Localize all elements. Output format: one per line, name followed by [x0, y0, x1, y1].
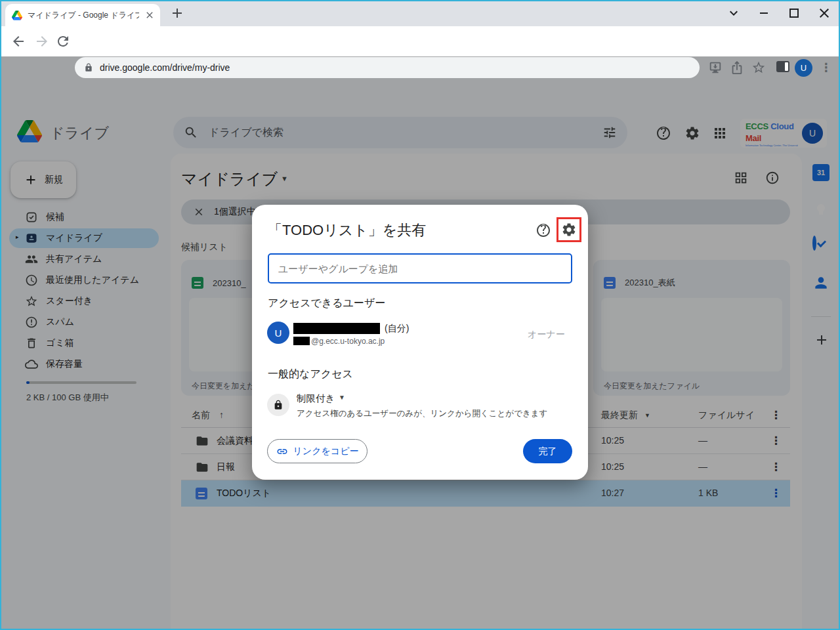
lock-circle: [267, 394, 289, 416]
side-panel-icon[interactable]: [776, 61, 789, 72]
owner-email: @g.ecc.u-tokyo.ac.jp: [311, 337, 385, 346]
browser-tab[interactable]: マイドライブ - Google ドライブ: [5, 4, 160, 26]
share-dialog: 「TODOリスト」を共有 アクセスできるユーザー U (自分) @g.ecc.u…: [252, 205, 588, 480]
drive-favicon: [12, 10, 22, 20]
back-button[interactable]: [10, 33, 26, 49]
dialog-title: 「TODOリスト」を共有: [268, 220, 426, 240]
browser-toolbar: drive.google.com/drive/my-drive U ⋮: [0, 26, 840, 56]
tab-close-icon[interactable]: [144, 10, 155, 20]
dialog-help-icon[interactable]: [536, 222, 551, 238]
tab-title: マイドライブ - Google ドライブ: [28, 10, 139, 21]
browser-tab-strip: マイドライブ - Google ドライブ: [0, 0, 840, 26]
forward-button[interactable]: [34, 33, 50, 49]
add-people-input[interactable]: [268, 253, 572, 284]
highlight-box: [556, 217, 581, 242]
tab-search-icon[interactable]: [726, 5, 742, 21]
install-icon[interactable]: [708, 60, 723, 75]
done-button[interactable]: 完了: [523, 439, 572, 463]
window-close-button[interactable]: [816, 5, 832, 21]
url-text: drive.google.com/drive/my-drive: [100, 62, 230, 73]
new-tab-button[interactable]: [169, 5, 185, 21]
window-maximize-button[interactable]: [786, 5, 802, 21]
copy-link-button[interactable]: リンクをコピー: [267, 439, 368, 463]
redacted-owner-name: [293, 323, 380, 334]
reload-button[interactable]: [55, 33, 71, 49]
share-icon[interactable]: [730, 60, 744, 75]
dialog-settings-gear-icon[interactable]: [561, 222, 577, 238]
link-icon: [276, 446, 288, 457]
bookmark-star-icon[interactable]: [751, 60, 766, 75]
dropdown-caret-icon[interactable]: ▼: [339, 394, 345, 401]
owner-self-label: (自分): [385, 323, 409, 335]
general-access-description: アクセス権のあるユーザーのみが、リンクから開くことができます: [297, 408, 547, 419]
browser-menu-icon[interactable]: ⋮: [820, 60, 832, 75]
lock-icon: [84, 63, 93, 72]
owner-role: オーナー: [528, 329, 565, 341]
browser-profile-avatar[interactable]: U: [795, 59, 812, 77]
general-access-dropdown[interactable]: 制限付き: [297, 392, 335, 405]
lock-icon: [273, 400, 284, 410]
address-bar[interactable]: drive.google.com/drive/my-drive: [75, 57, 700, 78]
redacted-owner-email: [293, 337, 310, 345]
people-with-access-heading: アクセスできるユーザー: [268, 297, 385, 310]
owner-avatar: U: [267, 322, 289, 344]
window-minimize-button[interactable]: [756, 5, 772, 21]
general-access-heading: 一般的なアクセス: [268, 368, 353, 381]
